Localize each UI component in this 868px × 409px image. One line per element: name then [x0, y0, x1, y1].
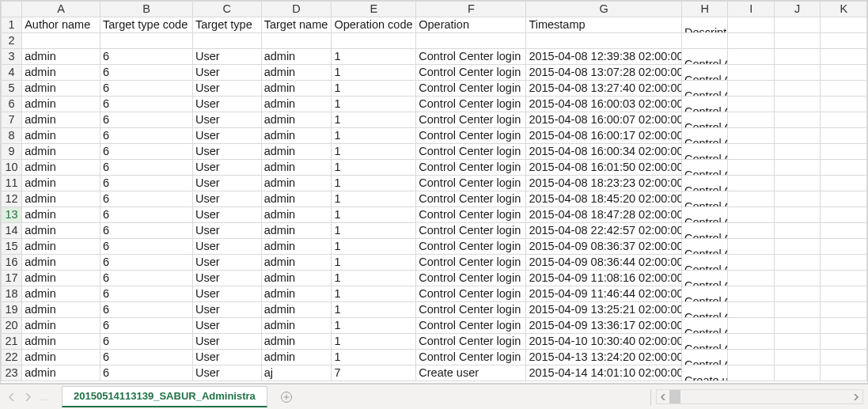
cell-E3[interactable]: 1 [332, 49, 416, 65]
cell-A15[interactable]: admin [22, 239, 100, 255]
cell-E17[interactable]: 1 [332, 271, 416, 286]
cell-K12[interactable] [821, 191, 867, 207]
cell-B12[interactable]: 6 [100, 191, 193, 207]
cell-F6[interactable]: Control Center login [416, 97, 526, 112]
cell-D15[interactable]: admin [261, 239, 332, 255]
cell-C21[interactable]: User [192, 334, 261, 350]
cell-E23[interactable]: 7 [332, 365, 416, 381]
row-header[interactable]: 8 [2, 128, 22, 144]
cell-F22[interactable]: Control Center login [416, 350, 526, 365]
cell-J2[interactable] [774, 33, 820, 49]
cell-D3[interactable]: admin [261, 49, 332, 65]
scrollbar-track[interactable] [669, 390, 850, 403]
cell-C17[interactable]: User [192, 271, 261, 286]
cell-K8[interactable] [821, 128, 867, 144]
cell-J13[interactable] [774, 207, 820, 223]
cell-G14[interactable]: 2015-04-08 22:42:57 02:00:00 [526, 223, 682, 239]
cell-B17[interactable]: 6 [100, 271, 193, 286]
cell-I1[interactable] [728, 17, 774, 33]
cell-A10[interactable]: admin [22, 160, 100, 176]
cell-I18[interactable] [728, 286, 774, 302]
table-row[interactable]: 3admin6Useradmin1Control Center login201… [2, 49, 867, 65]
column-header-B[interactable]: B [100, 2, 193, 17]
table-row[interactable]: 5admin6Useradmin1Control Center login201… [2, 81, 867, 97]
cell-F10[interactable]: Control Center login [416, 160, 526, 176]
cell-A4[interactable]: admin [22, 65, 100, 81]
cell-C20[interactable]: User [192, 318, 261, 334]
cell-A11[interactable]: admin [22, 176, 100, 191]
table-row[interactable]: 17admin6Useradmin1Control Center login20… [2, 271, 867, 286]
cell-J18[interactable] [774, 286, 820, 302]
cell-F16[interactable]: Control Center login [416, 255, 526, 271]
cell-A5[interactable]: admin [22, 81, 100, 97]
cell-A2[interactable] [22, 33, 100, 49]
scrollbar-thumb[interactable] [669, 390, 680, 403]
table-row[interactable]: 9admin6Useradmin1Control Center login201… [2, 144, 867, 160]
cell-F18[interactable]: Control Center login [416, 286, 526, 302]
cell-F9[interactable]: Control Center login [416, 144, 526, 160]
cell-J4[interactable] [774, 65, 820, 81]
cell-A1[interactable]: Author name [22, 17, 100, 33]
cell-K3[interactable] [821, 49, 867, 65]
table-row[interactable]: 2 [2, 33, 867, 49]
cell-D18[interactable]: admin [261, 286, 332, 302]
row-header[interactable]: 14 [2, 223, 22, 239]
horizontal-scrollbar[interactable] [656, 389, 863, 404]
cell-C6[interactable]: User [192, 97, 261, 112]
cell-D12[interactable]: admin [261, 191, 332, 207]
row-header[interactable]: 6 [2, 97, 22, 112]
cell-J12[interactable] [774, 191, 820, 207]
cell-D1[interactable]: Target name [261, 17, 332, 33]
cell-G22[interactable]: 2015-04-13 13:24:20 02:00:00 [526, 350, 682, 365]
column-header-row[interactable]: ABCDEFGHIJK [2, 2, 867, 17]
cell-G13[interactable]: 2015-04-08 18:47:28 02:00:00 [526, 207, 682, 223]
cell-H8[interactable]: Control Center login of user "admin". [682, 128, 728, 144]
cell-K15[interactable] [821, 239, 867, 255]
cell-G19[interactable]: 2015-04-09 13:25:21 02:00:00 [526, 302, 682, 318]
add-sheet-button[interactable] [275, 388, 298, 407]
cell-E16[interactable]: 1 [332, 255, 416, 271]
cell-B7[interactable]: 6 [100, 112, 193, 128]
cell-C13[interactable]: User [192, 207, 261, 223]
cell-F5[interactable]: Control Center login [416, 81, 526, 97]
cell-G4[interactable]: 2015-04-08 13:07:28 02:00:00 [526, 65, 682, 81]
cell-B10[interactable]: 6 [100, 160, 193, 176]
cell-I23[interactable] [728, 365, 774, 381]
cell-I20[interactable] [728, 318, 774, 334]
cell-K19[interactable] [821, 302, 867, 318]
cell-J16[interactable] [774, 255, 820, 271]
cell-D7[interactable]: admin [261, 112, 332, 128]
cell-A13[interactable]: admin [22, 207, 100, 223]
row-header[interactable]: 13 [2, 207, 22, 223]
cell-G18[interactable]: 2015-04-09 11:46:44 02:00:00 [526, 286, 682, 302]
row-header[interactable]: 16 [2, 255, 22, 271]
table-row[interactable]: 6admin6Useradmin1Control Center login201… [2, 97, 867, 112]
cell-F12[interactable]: Control Center login [416, 191, 526, 207]
cell-H5[interactable]: Control Center login of user "admin". [682, 81, 728, 97]
cell-A3[interactable]: admin [22, 49, 100, 65]
cell-H11[interactable]: Control Center login of user "admin". [682, 176, 728, 191]
cell-C18[interactable]: User [192, 286, 261, 302]
cell-E20[interactable]: 1 [332, 318, 416, 334]
cell-G20[interactable]: 2015-04-09 13:36:17 02:00:00 [526, 318, 682, 334]
cell-H3[interactable]: Control Center login of user "admin". [682, 49, 728, 65]
cell-C10[interactable]: User [192, 160, 261, 176]
cell-E6[interactable]: 1 [332, 97, 416, 112]
cell-K4[interactable] [821, 65, 867, 81]
cell-A8[interactable]: admin [22, 128, 100, 144]
cell-B16[interactable]: 6 [100, 255, 193, 271]
row-header[interactable]: 3 [2, 49, 22, 65]
cell-K13[interactable] [821, 207, 867, 223]
cell-A22[interactable]: admin [22, 350, 100, 365]
cell-J10[interactable] [774, 160, 820, 176]
row-header[interactable]: 11 [2, 176, 22, 191]
table-row[interactable]: 23admin6Useraj7Create user2015-04-14 14:… [2, 365, 867, 381]
cell-C2[interactable] [192, 33, 261, 49]
cell-B13[interactable]: 6 [100, 207, 193, 223]
cell-J1[interactable] [774, 17, 820, 33]
cell-C23[interactable]: User [192, 365, 261, 381]
cell-A9[interactable]: admin [22, 144, 100, 160]
cell-I17[interactable] [728, 271, 774, 286]
tab-nav-more-icon[interactable]: … [38, 392, 52, 402]
cell-E13[interactable]: 1 [332, 207, 416, 223]
